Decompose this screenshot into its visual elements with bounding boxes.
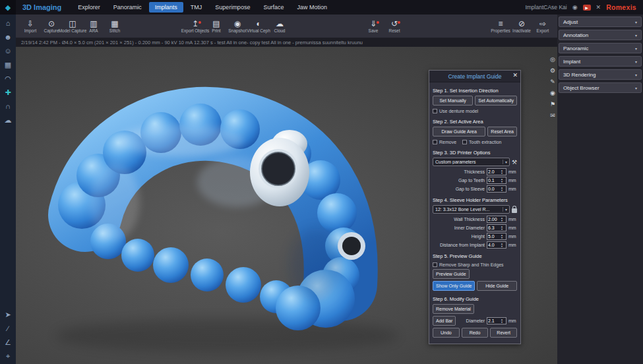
distance-from-implant-spinner[interactable]: ▲▼ [501, 243, 503, 247]
model-capture-button[interactable]: ◫ Model Capture [62, 19, 83, 34]
section-3d-rendering[interactable]: 3D Rendering ▾ [559, 69, 642, 80]
section-implant[interactable]: Implant ▾ [559, 56, 642, 67]
flag-icon[interactable]: ⚑ [550, 101, 555, 107]
section-panoramic[interactable]: Panoramic ▾ [559, 43, 642, 53]
gap-to-teeth-input[interactable] [488, 178, 501, 183]
headset-icon[interactable]: ∩ [3, 102, 13, 110]
close-patient-icon[interactable]: ✕ [596, 4, 601, 11]
tooth-extraction-checkbox[interactable] [462, 140, 467, 144]
inner-diameter-field[interactable]: ▲▼ [487, 224, 506, 231]
bridge-icon[interactable]: ◠ [3, 75, 13, 82]
tab-panoramic[interactable]: Panoramic [107, 2, 148, 13]
add-bar-button[interactable]: Add Bar [433, 316, 456, 326]
reset-area-button[interactable]: Reset Area [487, 127, 517, 136]
virtual-ceph-button[interactable]: ◐ Virtual Ceph [248, 19, 269, 34]
set-manually-button[interactable]: Set Manually [433, 96, 473, 106]
inner-diameter-input[interactable] [488, 226, 501, 230]
height-input[interactable] [488, 234, 501, 239]
distance-from-implant-input[interactable] [488, 243, 501, 247]
section-adjust[interactable]: Adjust ▾ [559, 16, 642, 27]
thickness-field[interactable]: ▲▼ [487, 168, 506, 175]
print-icon: ▤ [212, 19, 220, 28]
angle-tool-icon[interactable]: ∠ [3, 338, 13, 346]
revert-button[interactable]: Revert [490, 328, 517, 338]
diameter-input[interactable] [488, 318, 501, 323]
inactivate-button[interactable]: ⊘ Inactivate [511, 19, 532, 34]
wrench-icon[interactable]: ⚒ [512, 159, 517, 166]
camera-icon[interactable]: ◎ [550, 56, 555, 63]
show-only-guide-button[interactable]: Show Only Guide [433, 281, 475, 291]
measure-tool-icon[interactable]: ∕ [3, 324, 13, 332]
tab-jaw-motion[interactable]: Jaw Motion [291, 2, 333, 13]
tab-implants[interactable]: Implants [149, 2, 183, 13]
stitch-button[interactable]: ▦ Stitch [104, 19, 125, 34]
printer-options-dropdown[interactable]: Custom parameters ▾ [433, 158, 510, 166]
gap-to-teeth-field[interactable]: ▲▼ [487, 177, 506, 184]
use-denture-model-checkbox[interactable] [433, 109, 437, 113]
gap-to-sleeve-input[interactable] [488, 187, 501, 191]
height-spinner[interactable]: ▲▼ [501, 234, 503, 239]
wall-thickness-input[interactable] [488, 217, 501, 222]
export-objects-button[interactable]: ↥ Export Objects [185, 19, 206, 34]
view-icon[interactable]: ◉ [572, 4, 578, 11]
sleeve-holder-dropdown[interactable]: 12: 3.3x12 Bone Level R... ▾ [433, 205, 510, 214]
remove-material-button[interactable]: Remove Material [433, 304, 474, 314]
gap-to-sleeve-field[interactable]: ▲▼ [487, 185, 506, 193]
patient-icon[interactable]: ☺ [3, 47, 13, 55]
gap-to-sleeve-spinner[interactable]: ▲▼ [501, 187, 503, 191]
patients-icon[interactable]: ☻ [3, 33, 13, 41]
export-button[interactable]: ⇨ Export [532, 19, 553, 34]
tab-superimpose[interactable]: Superimpose [209, 2, 256, 13]
draw-guide-area-button[interactable]: Draw Guide Area [433, 127, 485, 136]
wall-thickness-field[interactable]: ▲▼ [487, 216, 506, 223]
tab-surface[interactable]: Surface [257, 2, 290, 13]
diameter-spinner[interactable]: ▲▼ [501, 318, 503, 323]
inner-diameter-spinner[interactable]: ▲▼ [501, 226, 503, 230]
properties-button[interactable]: ≡ Properties [490, 19, 511, 34]
probe-tool-icon[interactable]: ⌖ [3, 352, 13, 360]
print-button[interactable]: ▤ Print [206, 19, 227, 34]
undo-button[interactable]: Undo [433, 328, 460, 338]
import-button[interactable]: ⇩ Import [20, 19, 41, 34]
home-icon[interactable]: ⌂ [3, 19, 13, 27]
distance-from-implant-field[interactable]: ▲▼ [487, 241, 506, 249]
thickness-input[interactable] [488, 169, 501, 174]
cloud-button[interactable]: ☁ Cloud [269, 19, 290, 34]
send-tool-icon[interactable]: ➤ [3, 311, 13, 318]
pencil-icon[interactable]: ✎ [550, 78, 555, 85]
chevron-down-icon: ▾ [635, 46, 637, 51]
snapshot-button[interactable]: ◉ Snapshot [227, 19, 248, 34]
video-icon[interactable]: ▶ [583, 5, 591, 11]
remove-sharp-edges-checkbox[interactable] [433, 262, 437, 267]
save-button[interactable]: ⇓ Save [363, 19, 384, 34]
thickness-spinner[interactable]: ▲▼ [501, 169, 503, 174]
mail-icon[interactable]: ✉ [550, 112, 555, 119]
tab-explorer[interactable]: Explorer [72, 2, 106, 13]
records-icon[interactable]: ▦ [3, 61, 13, 69]
step2-heading: Step 2. Set Active Area [433, 119, 517, 125]
section-object-browser[interactable]: Object Browser ▾ [559, 82, 642, 93]
tab-tmj[interactable]: TMJ [185, 2, 208, 13]
eye-icon[interactable]: ◉ [550, 90, 555, 96]
reset-button[interactable]: ↺ Reset [384, 19, 405, 34]
wall-thickness-spinner[interactable]: ▲▼ [501, 217, 503, 222]
ara-button[interactable]: ▥ ARA [83, 19, 104, 34]
gear-icon[interactable]: ⚙ [550, 67, 555, 74]
3d-viewport[interactable]: ◎ ⚙ ✎ ◉ ⚑ ✉ Create Implant Guide ✕ Step … [16, 47, 557, 364]
redo-button[interactable]: Redo [462, 328, 489, 338]
hide-guide-button[interactable]: Hide Guide [477, 281, 517, 291]
close-icon[interactable]: ✕ [512, 72, 518, 78]
cloud-sidebar-icon[interactable]: ☁ [3, 116, 13, 124]
preview-guide-button[interactable]: Preview Guide [433, 269, 470, 279]
height-field[interactable]: ▲▼ [487, 233, 506, 240]
implant-module-icon[interactable]: ✚ [3, 88, 13, 96]
set-automatically-button[interactable]: Set Automatically [475, 96, 517, 106]
lock-icon[interactable] [512, 208, 517, 213]
app-logo[interactable]: ◆ [0, 0, 16, 15]
chevron-down-icon: ▾ [635, 20, 637, 24]
gap-to-teeth-spinner[interactable]: ▲▼ [501, 178, 503, 183]
dialog-title-bar[interactable]: Create Implant Guide ✕ [429, 71, 520, 82]
section-annotation[interactable]: Annotation ▾ [559, 30, 642, 40]
remove-checkbox[interactable] [433, 140, 437, 144]
diameter-field[interactable]: ▲▼ [487, 317, 506, 324]
